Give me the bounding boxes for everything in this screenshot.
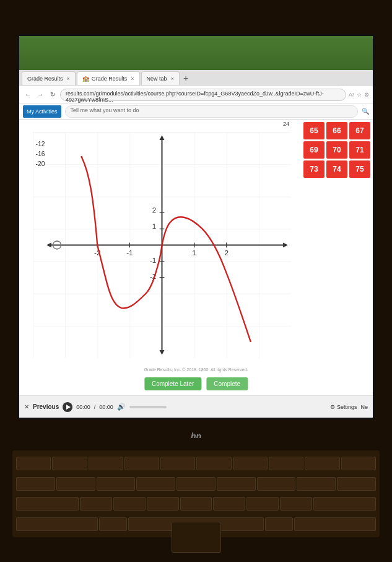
browser-chrome: Grade Results × 🏫 Grade Results × New ta… xyxy=(19,70,373,120)
forward-button[interactable]: → xyxy=(35,91,45,98)
bookmark-icon[interactable]: ☆ xyxy=(357,92,362,98)
graph-area: -12 -16 -20 -2 -1 1 xyxy=(32,132,292,358)
smart-search-input[interactable]: Tell me what you want to do xyxy=(65,105,358,118)
key-p[interactable] xyxy=(341,457,376,470)
key-c[interactable] xyxy=(147,497,179,511)
num-73[interactable]: 73 xyxy=(303,160,324,178)
key-shift[interactable] xyxy=(16,497,79,511)
num-69[interactable]: 69 xyxy=(303,141,324,159)
key-u[interactable] xyxy=(233,457,268,470)
complete-button[interactable]: Complete xyxy=(206,377,248,390)
time-total: 00:00 xyxy=(99,404,113,410)
svg-text:2: 2 xyxy=(152,206,157,214)
reader-icon: A² xyxy=(349,92,354,98)
key-y[interactable] xyxy=(196,457,231,470)
laptop-frame: Grade Results × 🏫 Grade Results × New ta… xyxy=(0,0,392,562)
screen-bg-nature xyxy=(19,36,373,70)
key-l[interactable] xyxy=(337,477,376,491)
refresh-button[interactable]: ↻ xyxy=(48,91,58,98)
time-current: 00:00 xyxy=(76,404,90,410)
tab-close-1[interactable]: × xyxy=(67,76,70,82)
svg-text:-20: -20 xyxy=(35,160,45,167)
back-button[interactable]: ← xyxy=(23,91,33,98)
key-m[interactable] xyxy=(280,497,312,511)
num-71[interactable]: 71 xyxy=(349,141,370,159)
tab-label-2: Grade Results xyxy=(92,76,128,82)
volume-icon[interactable]: 🔊 xyxy=(117,403,126,411)
key-ctrl[interactable] xyxy=(16,517,98,531)
tab-label: Grade Results xyxy=(27,76,63,82)
media-bar: ✕ Previous 00:00 / 00:00 🔊 ⚙ Settings Ne xyxy=(19,395,373,418)
tab-grade-results-1[interactable]: Grade Results × xyxy=(22,71,76,85)
svg-text:-16: -16 xyxy=(35,151,45,157)
laptop-screen: Grade Results × 🏫 Grade Results × New ta… xyxy=(17,34,375,419)
keyboard-area xyxy=(0,438,392,562)
play-triangle-icon xyxy=(66,405,71,410)
key-n[interactable] xyxy=(246,497,279,511)
action-buttons: Complete Later Complete xyxy=(144,377,248,390)
key-d[interactable] xyxy=(97,477,136,491)
app-toolbar: My Activities Tell me what you want to d… xyxy=(19,103,373,120)
key-v[interactable] xyxy=(180,497,212,511)
play-button[interactable] xyxy=(63,402,72,412)
close-icon-media[interactable]: ✕ xyxy=(24,403,29,410)
tab-grade-results-2[interactable]: 🏫 Grade Results × xyxy=(77,71,140,85)
num-66[interactable]: 66 xyxy=(326,122,347,139)
new-tab-button[interactable]: + xyxy=(181,73,191,83)
key-row-3 xyxy=(16,495,376,514)
complete-later-button[interactable]: Complete Later xyxy=(144,377,201,390)
url-input[interactable]: results.com/gr/modules/activities/course… xyxy=(60,89,346,101)
num-70[interactable]: 70 xyxy=(326,141,347,159)
key-fn[interactable] xyxy=(99,517,127,531)
svg-text:1: 1 xyxy=(192,248,196,257)
key-x[interactable] xyxy=(113,497,146,511)
tab-new[interactable]: New tab × xyxy=(141,71,180,85)
key-b[interactable] xyxy=(213,497,245,511)
key-ctrl-r[interactable] xyxy=(294,517,376,531)
tab-icon: 🏫 xyxy=(82,76,89,82)
tab-close-2[interactable]: × xyxy=(131,76,134,82)
search-icon: 🔍 xyxy=(362,108,369,115)
key-e[interactable] xyxy=(89,457,123,470)
tab-bar: Grade Results × 🏫 Grade Results × New ta… xyxy=(19,70,373,86)
extensions-icon[interactable]: ⚙ xyxy=(364,92,369,98)
svg-text:2: 2 xyxy=(225,248,229,257)
key-o[interactable] xyxy=(305,457,339,470)
key-g[interactable] xyxy=(176,477,216,491)
key-i[interactable] xyxy=(269,457,303,470)
num-75[interactable]: 75 xyxy=(349,160,370,178)
key-j[interactable] xyxy=(257,477,296,491)
key-shift-r[interactable] xyxy=(313,497,376,511)
tab-label-3: New tab xyxy=(147,76,167,82)
next-link[interactable]: Ne xyxy=(360,404,368,410)
my-activities-button[interactable]: My Activities xyxy=(23,105,61,118)
key-r[interactable] xyxy=(124,457,159,470)
key-row-1 xyxy=(16,454,376,473)
address-bar: ← → ↻ results.com/gr/modules/activities/… xyxy=(19,86,373,103)
copyright-text: Grade Results, Inc. © 2018. 1800. All ri… xyxy=(144,367,248,372)
key-row-2 xyxy=(16,475,376,493)
touchpad[interactable] xyxy=(172,522,221,553)
key-a[interactable] xyxy=(16,477,55,491)
num-65[interactable]: 65 xyxy=(303,122,324,139)
settings-label: Settings xyxy=(337,404,357,410)
svg-text:-1: -1 xyxy=(150,256,156,264)
gear-icon: ⚙ xyxy=(330,404,335,410)
key-s[interactable] xyxy=(56,477,95,491)
key-w[interactable] xyxy=(52,457,87,470)
key-alt-r[interactable] xyxy=(265,517,293,531)
num-74[interactable]: 74 xyxy=(326,160,347,178)
svg-text:-12: -12 xyxy=(35,141,45,147)
settings-link[interactable]: ⚙ Settings xyxy=(330,404,357,410)
svg-text:-1: -1 xyxy=(126,248,133,257)
key-k[interactable] xyxy=(297,477,336,491)
previous-button[interactable]: Previous xyxy=(33,403,59,410)
key-z[interactable] xyxy=(80,497,112,511)
tab-close-3[interactable]: × xyxy=(171,76,174,82)
key-t[interactable] xyxy=(160,457,195,470)
key-f[interactable] xyxy=(136,477,175,491)
num-67[interactable]: 67 xyxy=(349,122,370,139)
audio-progress-bar[interactable] xyxy=(129,406,167,408)
key-h[interactable] xyxy=(217,477,256,491)
key-q[interactable] xyxy=(16,457,51,470)
